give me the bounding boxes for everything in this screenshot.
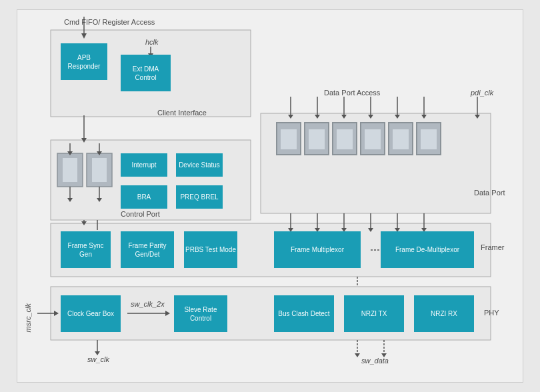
svg-marker-61 (67, 198, 73, 202)
ext-dma-box: Ext DMA Control (121, 55, 171, 91)
svg-marker-36 (355, 353, 360, 357)
device-status-box: Device Status (176, 153, 223, 177)
svg-marker-57 (67, 151, 73, 155)
svg-marker-6 (81, 33, 87, 39)
data-port-box-4 (360, 122, 385, 155)
sw-clk-2x-label: sw_clk_2x (131, 300, 165, 308)
svg-marker-30 (54, 311, 59, 316)
data-port-box-1 (276, 122, 301, 155)
svg-marker-27 (475, 115, 480, 119)
data-port-access-label: Data Port Access (324, 89, 380, 97)
nrzi-tx-box: NRZI TX (344, 295, 404, 332)
svg-marker-59 (97, 151, 102, 155)
msrc-clk-label: msrc_clk (24, 303, 32, 332)
bra-box: BRA (121, 185, 167, 209)
frame-parity-box: Frame Parity Gen/Det (121, 231, 174, 268)
diagram-container: Cmd FIFO/ Register Access hclk Data Port… (17, 9, 523, 383)
clock-gear-box: Clock Gear Box (61, 295, 121, 332)
cmd-fifo-label: Cmd FIFO/ Register Access (64, 18, 155, 26)
svg-marker-21 (368, 115, 373, 119)
svg-rect-55 (92, 158, 107, 182)
svg-rect-53 (63, 158, 77, 182)
svg-marker-17 (315, 115, 320, 119)
control-port-label: Control Port (121, 210, 160, 218)
svg-marker-10 (81, 138, 87, 143)
data-port-box-2 (304, 122, 329, 155)
svg-rect-52 (57, 153, 83, 187)
sw-data-label: sw_data (361, 357, 389, 365)
data-port-label: Data Port (474, 189, 505, 197)
svg-marker-32 (165, 311, 170, 316)
data-port-box-5 (388, 122, 413, 155)
svg-marker-23 (395, 115, 400, 119)
svg-marker-15 (288, 115, 293, 119)
slew-rate-box: Sleve Rate Control (174, 295, 227, 332)
svg-marker-25 (421, 115, 427, 119)
svg-marker-19 (341, 115, 347, 119)
svg-marker-63 (97, 198, 102, 202)
frame-sync-gen-box: Frame Sync Gen (61, 231, 111, 268)
bus-clash-box: Bus Clash Detect (274, 295, 334, 332)
preq-brel-box: PREQ BREL (176, 185, 223, 209)
svg-marker-47 (368, 228, 373, 232)
pdi-clk-label: pdi_clk (471, 89, 493, 97)
prbs-test-box: PRBS Test Mode (184, 231, 237, 268)
svg-marker-12 (81, 221, 87, 225)
interrupt-box: Interrupt (121, 153, 167, 177)
svg-rect-54 (87, 153, 112, 187)
frame-mux-box: Frame Multiplexor (274, 231, 361, 268)
framer-label: Framer (481, 243, 504, 251)
hclk-label: hclk (145, 38, 159, 46)
frame-demux-box: Frame De-Multiplexor (381, 231, 474, 268)
data-port-box-6 (416, 122, 441, 155)
data-port-box-3 (332, 122, 357, 155)
apb-responder-box: APB Responder (61, 43, 107, 80)
nrzi-rx-box: NRZI RX (414, 295, 474, 332)
sw-clk-label: sw_clk (87, 355, 109, 363)
client-interface-label: Client Interface (157, 109, 207, 117)
phy-label: PHY (484, 309, 499, 317)
